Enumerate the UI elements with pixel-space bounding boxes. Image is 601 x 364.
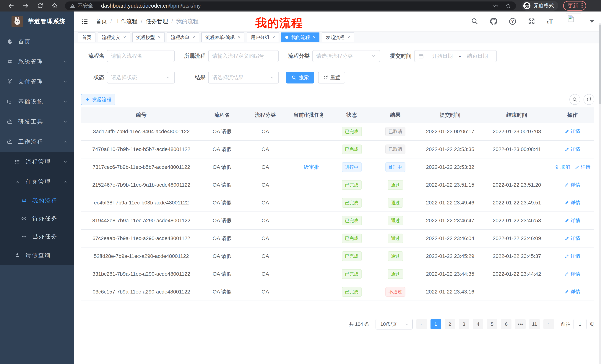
submit-time-range-picker[interactable]: 开始日期 - 结束日期: [414, 50, 497, 62]
result-select[interactable]: 请选择流结果: [208, 72, 279, 84]
search-button[interactable]: 搜索: [286, 72, 314, 84]
tab-流程表单-编辑[interactable]: 流程表单-编辑×: [201, 32, 244, 42]
tab-流程模型[interactable]: 流程模型×: [132, 32, 165, 42]
sidebar-item-my-process[interactable]: 我的流程: [0, 192, 74, 210]
tab-close-icon[interactable]: ×: [313, 35, 315, 40]
goto-page-input[interactable]: [573, 319, 587, 329]
password-key-icon[interactable]: [493, 3, 499, 9]
detail-action[interactable]: 详情: [565, 271, 580, 277]
browser-menu-icon[interactable]: [581, 3, 583, 8]
sidebar-item-infra[interactable]: 基础设施: [0, 92, 74, 112]
cell-end-time: 2022-01-23 00:08:41: [483, 140, 551, 158]
active-tab-dot: [285, 36, 288, 39]
detail-action[interactable]: 详情: [565, 217, 580, 224]
next-page-button[interactable]: ›: [543, 319, 554, 329]
sidebar-item-todo-tasks[interactable]: 待办任务: [0, 210, 74, 228]
menu-fold-icon[interactable]: [81, 18, 88, 25]
app-logo-row: 芋道管理系统: [0, 11, 74, 31]
tab-首页[interactable]: 首页: [78, 32, 95, 42]
page-button-1[interactable]: 1: [431, 319, 441, 329]
tab-用户分组[interactable]: 用户分组×: [247, 32, 279, 42]
page-button-2[interactable]: 2: [445, 319, 455, 329]
avatar-dropdown-caret[interactable]: [590, 20, 594, 23]
tab-流程表单[interactable]: 流程表单×: [167, 32, 199, 42]
parent-process-field[interactable]: [212, 53, 275, 59]
sidebar-item-devtools[interactable]: 研发工具: [0, 112, 74, 132]
sidebar-item-payment[interactable]: 支付管理: [0, 72, 74, 92]
tab-close-icon[interactable]: ×: [192, 35, 195, 40]
more-pages-button[interactable]: •••: [515, 319, 526, 329]
page-button-11[interactable]: 11: [529, 319, 540, 329]
update-button[interactable]: 更新: [563, 1, 586, 10]
search-icon[interactable]: [471, 18, 478, 25]
font-size-icon[interactable]: tT: [547, 18, 554, 25]
sidebar-item-system[interactable]: 系统管理: [0, 52, 74, 72]
monitor-icon: [7, 99, 13, 105]
forward-icon[interactable]: [22, 2, 29, 9]
prev-page-button[interactable]: ‹: [416, 319, 427, 329]
tab-close-icon[interactable]: ×: [158, 35, 160, 40]
detail-action[interactable]: 详情: [565, 128, 580, 134]
page-button-3[interactable]: 3: [459, 319, 469, 329]
process-name-input[interactable]: [107, 50, 175, 62]
scrollbar[interactable]: [599, 23, 601, 364]
page-size-select[interactable]: 10条/页: [376, 319, 413, 329]
chevron-down-icon: [371, 54, 376, 58]
tab-流程定义[interactable]: 流程定义×: [98, 32, 130, 42]
cell-current-task: [288, 212, 330, 230]
bookmark-star-icon[interactable]: [505, 3, 511, 9]
reload-icon[interactable]: [37, 2, 43, 9]
reset-button[interactable]: 重置: [318, 72, 345, 84]
show-search-button[interactable]: [570, 94, 580, 105]
status-badge: 处理中: [385, 162, 405, 172]
page-button-5[interactable]: 5: [487, 319, 497, 329]
parent-process-input[interactable]: [208, 50, 279, 62]
breadcrumb-item[interactable]: 任务管理: [146, 18, 168, 25]
cancel-action[interactable]: 取消: [555, 164, 570, 170]
sidebar-item-task-mgmt[interactable]: 任务管理: [0, 172, 74, 192]
tab-发起流程[interactable]: 发起流程×: [322, 32, 354, 42]
cell-result: 处理中: [373, 158, 417, 176]
detail-action[interactable]: 详情: [565, 235, 580, 241]
sidebar-item-done-tasks[interactable]: 已办任务: [0, 228, 74, 245]
submit-time-label: 提交时间: [388, 52, 411, 60]
detail-action[interactable]: 详情: [565, 253, 580, 259]
breadcrumb-item[interactable]: 工作流程: [115, 18, 137, 25]
status-select[interactable]: 请选择状态: [107, 72, 175, 84]
detail-action[interactable]: 详情: [565, 146, 580, 153]
tab-close-icon[interactable]: ×: [238, 35, 240, 40]
process-category-select[interactable]: 请选择流程分类: [312, 50, 380, 62]
app-logo: [11, 16, 23, 27]
tab-我的流程[interactable]: 我的流程×: [281, 32, 320, 42]
sidebar-item-process-mgmt[interactable]: 流程管理: [0, 152, 74, 172]
help-icon[interactable]: ?: [509, 18, 516, 25]
address-bar[interactable]: 不安全 dashboard.yudao.iocoder.cn/bpm/task/…: [65, 1, 516, 10]
home-icon[interactable]: [51, 2, 58, 9]
sidebar-item-leave-query[interactable]: 请假查询: [0, 245, 74, 265]
scrollbar-thumb[interactable]: [599, 25, 601, 104]
table-header-row: 编号 流程名 流程分类 当前审批任务 状态 结果 提交时间 结束时间 操作: [81, 107, 594, 123]
detail-action[interactable]: 详情: [565, 200, 580, 206]
refresh-table-button[interactable]: [583, 94, 594, 105]
cell-id: 819442e8-7b9a-11ec-a290-acde48001122: [81, 212, 202, 230]
detail-action[interactable]: 详情: [565, 182, 580, 188]
breadcrumb-item[interactable]: 首页: [96, 18, 107, 25]
github-icon[interactable]: [490, 18, 497, 25]
back-icon[interactable]: [8, 2, 14, 9]
col-actions: 操作: [551, 107, 594, 123]
process-name-field[interactable]: [111, 53, 171, 59]
tab-close-icon[interactable]: ×: [123, 35, 126, 40]
tab-close-icon[interactable]: ×: [272, 35, 275, 40]
tab-label: 流程表单-编辑: [205, 34, 235, 40]
current-task-link[interactable]: 一级审批: [299, 164, 320, 170]
sidebar-item-home[interactable]: 首页: [0, 31, 74, 52]
avatar[interactable]: [566, 14, 581, 29]
start-process-button[interactable]: 发起流程: [81, 94, 115, 105]
fullscreen-icon[interactable]: [528, 18, 535, 25]
page-button-4[interactable]: 4: [473, 319, 483, 329]
page-button-6[interactable]: 6: [501, 319, 511, 329]
sidebar-item-workflow[interactable]: 工作流程: [0, 132, 74, 152]
tab-close-icon[interactable]: ×: [347, 35, 350, 40]
detail-action[interactable]: 详情: [565, 288, 580, 295]
detail-action[interactable]: 详情: [575, 164, 591, 170]
